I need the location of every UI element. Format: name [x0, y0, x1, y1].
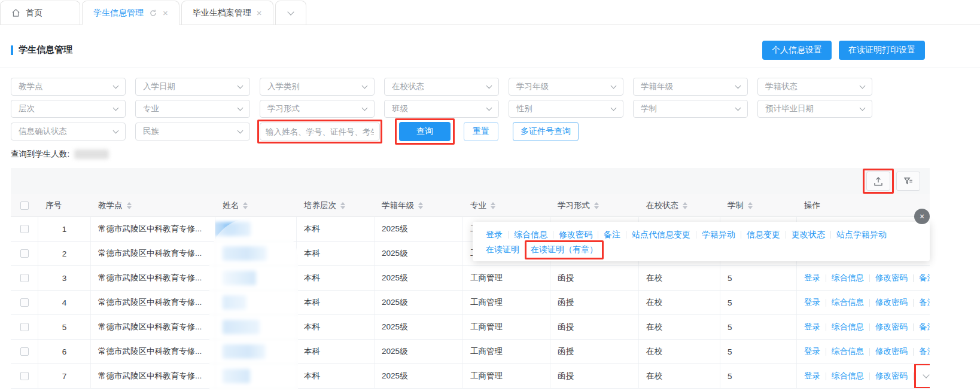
popup-action-link[interactable]: 站点学籍异动 — [836, 230, 887, 240]
row-action-link[interactable]: 修改密码 — [875, 322, 908, 332]
row-action-link[interactable]: 登录 — [804, 322, 820, 332]
sort-icon[interactable] — [683, 202, 687, 209]
row-action-popup: 登录综合信息修改密码备注站点代信息变更学籍异动信息变更更改状态站点学籍异动 在读… — [473, 222, 930, 261]
filter-select-label: 学制 — [641, 103, 657, 114]
filter-select[interactable]: 在校状态 — [384, 78, 499, 96]
row-action-link[interactable]: 登录 — [804, 346, 820, 357]
popup-action-link[interactable]: 学籍异动 — [702, 230, 735, 240]
divider — [869, 274, 870, 282]
more-actions-button[interactable] — [919, 369, 930, 383]
filter-select[interactable]: 民族 — [135, 123, 250, 140]
filter-select-label: 教学点 — [19, 81, 43, 92]
tab-close-icon[interactable]: × — [257, 8, 262, 17]
divider — [869, 323, 870, 331]
cell-grade: 2025级 — [375, 242, 463, 265]
sort-icon[interactable] — [127, 202, 132, 209]
divider — [913, 323, 914, 331]
sort-icon[interactable] — [340, 202, 345, 209]
sort-icon[interactable] — [418, 202, 423, 209]
popup-action-link[interactable]: 登录 — [486, 230, 503, 240]
row-action-link[interactable]: 修改密码 — [875, 346, 908, 357]
popup-close-button[interactable]: × — [914, 209, 930, 224]
tab-2[interactable]: 学生信息管理× — [82, 1, 179, 25]
row-action-link[interactable]: 登录 — [804, 297, 820, 308]
query-button[interactable]: 查询 — [399, 122, 451, 141]
row-action-link[interactable]: 综合信息 — [832, 346, 864, 357]
filter-select[interactable]: 学习形式 — [260, 100, 375, 118]
sort-icon[interactable] — [243, 202, 248, 209]
filter-select[interactable]: 班级 — [384, 100, 499, 118]
filter-select[interactable]: 学籍年级 — [633, 78, 748, 96]
filter-select[interactable]: 性别 — [509, 100, 623, 118]
table-row: 4常德市武陵区中科教育专修...本科2025级工商管理函授在校5登录综合信息修改… — [11, 291, 930, 315]
row-action-link[interactable]: 登录 — [804, 371, 820, 381]
row-checkbox[interactable] — [20, 249, 29, 258]
row-action-link[interactable]: 登录 — [804, 273, 820, 283]
chevron-down-icon — [923, 371, 929, 378]
filter-select[interactable]: 学籍状态 — [757, 78, 872, 96]
row-action-link[interactable]: 修改密码 — [875, 297, 908, 308]
row-checkbox[interactable] — [20, 372, 29, 380]
row-checkbox[interactable] — [20, 298, 29, 307]
tab-strip: 首页学生信息管理×毕业生档案管理× — [0, 0, 980, 25]
row-action-link[interactable]: 修改密码 — [875, 371, 908, 381]
table-toolbar — [11, 168, 930, 194]
filter-select[interactable]: 学习年级 — [509, 78, 623, 96]
select-all-checkbox-cell — [11, 201, 38, 210]
popup-action-link[interactable]: 信息变更 — [747, 230, 780, 240]
divider — [869, 299, 870, 307]
keyword-search-input[interactable] — [260, 123, 380, 140]
popup-action-link[interactable]: 备注 — [604, 230, 620, 240]
row-checkbox[interactable] — [20, 347, 29, 356]
tab-label: 首页 — [26, 8, 42, 19]
filter-select[interactable]: 入学日期 — [135, 78, 250, 96]
row-action-link[interactable]: 修改密码 — [875, 273, 908, 283]
result-summary: 查询到学生人数: — [11, 149, 980, 160]
enrollment-cert-print-settings-button[interactable]: 在读证明打印设置 — [839, 41, 925, 60]
sort-icon[interactable] — [594, 202, 599, 209]
row-checkbox[interactable] — [20, 274, 29, 282]
sort-icon[interactable] — [748, 202, 753, 209]
popup-action-link[interactable]: 修改密码 — [559, 230, 592, 240]
tab-1[interactable]: 首页 — [0, 1, 80, 25]
column-filter-button[interactable] — [896, 172, 920, 191]
sort-icon[interactable] — [491, 202, 495, 209]
row-action-link[interactable]: 综合信息 — [832, 322, 864, 332]
row-checkbox[interactable] — [20, 323, 29, 331]
multi-id-query-button[interactable]: 多证件号查询 — [513, 122, 579, 141]
select-all-checkbox[interactable] — [20, 201, 29, 210]
divider — [626, 231, 626, 239]
column-header-label: 专业 — [470, 200, 486, 211]
filter-select[interactable]: 入学类别 — [260, 78, 375, 96]
tab-3[interactable]: 毕业生档案管理× — [181, 1, 273, 25]
popup-action-link[interactable]: 更改状态 — [792, 230, 825, 240]
popup-action-link[interactable]: 综合信息 — [514, 230, 547, 240]
divider — [826, 323, 826, 331]
tab-list-dropdown[interactable] — [275, 1, 306, 25]
filter-select[interactable]: 预计毕业日期 — [757, 100, 872, 118]
divider — [913, 274, 914, 282]
personal-info-settings-button[interactable]: 个人信息设置 — [762, 41, 832, 60]
row-action-link[interactable]: 综合信息 — [832, 371, 864, 381]
refresh-icon[interactable] — [149, 9, 157, 17]
filter-select[interactable]: 层次 — [11, 100, 126, 118]
filter-select[interactable]: 信息确认状态 — [11, 123, 126, 140]
cell-grade: 2025级 — [375, 340, 463, 363]
row-action-link[interactable]: 备注 — [919, 322, 930, 332]
row-action-link[interactable]: 综合信息 — [832, 297, 864, 308]
row-checkbox[interactable] — [20, 225, 29, 233]
reset-button[interactable]: 重置 — [464, 122, 498, 141]
tab-close-icon[interactable]: × — [163, 8, 168, 17]
row-action-link[interactable]: 综合信息 — [832, 273, 864, 283]
divider — [826, 372, 826, 380]
filter-select[interactable]: 学制 — [633, 100, 748, 118]
popup-action-link[interactable]: 在读证明（有章） — [531, 245, 598, 255]
row-action-link[interactable]: 备注 — [919, 273, 930, 283]
export-button[interactable] — [866, 172, 890, 191]
filter-select[interactable]: 专业 — [135, 100, 250, 118]
row-action-link[interactable]: 备注 — [919, 297, 930, 308]
popup-action-link[interactable]: 在读证明 — [486, 245, 519, 255]
row-action-link[interactable]: 备注 — [919, 346, 930, 357]
popup-action-link[interactable]: 站点代信息变更 — [632, 230, 690, 240]
filter-select[interactable]: 教学点 — [11, 78, 126, 96]
